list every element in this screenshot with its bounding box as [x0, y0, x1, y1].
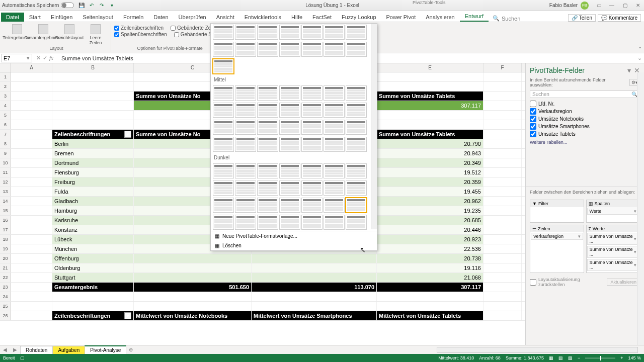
style-swatch[interactable]: [279, 215, 300, 230]
sheet-tab[interactable]: Aufgaben: [52, 346, 85, 354]
collapse-ribbon-icon[interactable]: ⌃: [638, 46, 642, 52]
table-row[interactable]: 26Zeilenbeschriftungen▾Mittelwert von Um…: [0, 311, 525, 321]
table-row[interactable]: 20Offenburg20.738: [0, 254, 525, 263]
report-layout-button[interactable]: Berichtslayout: [57, 24, 82, 46]
style-swatch[interactable]: [257, 137, 278, 152]
tab-seitenlayout[interactable]: Seitenlayout: [77, 13, 118, 22]
col-header[interactable]: E: [377, 63, 484, 72]
area-columns[interactable]: ▥ Spalten Werte▾: [586, 200, 640, 223]
style-swatch[interactable]: [213, 215, 234, 230]
style-swatch[interactable]: [257, 180, 278, 196]
style-swatch[interactable]: [346, 215, 367, 230]
add-sheet-icon[interactable]: ⊕: [126, 347, 136, 352]
field-checkbox[interactable]: Verkaufsregion: [530, 108, 640, 115]
style-swatch[interactable]: [235, 198, 256, 213]
share-button[interactable]: 🔗 Teilen: [568, 14, 596, 22]
style-swatch[interactable]: [257, 25, 278, 40]
style-swatch[interactable]: [324, 163, 345, 178]
tab-factset[interactable]: FactSet: [307, 13, 337, 22]
clear-style-menuitem[interactable]: ▦Löschen: [211, 241, 377, 250]
area-rows[interactable]: ☰ Zeilen Verkaufsregion▾: [530, 225, 584, 273]
more-tables-link[interactable]: Weitere Tabellen...: [526, 139, 644, 146]
style-swatch[interactable]: [213, 103, 234, 118]
style-swatch[interactable]: [213, 198, 234, 213]
filter-dropdown-icon[interactable]: ▾: [124, 312, 131, 319]
zoom-out-icon[interactable]: −: [578, 355, 580, 360]
table-row[interactable]: 21Oldenburg19.116: [0, 263, 525, 273]
zoom-slider[interactable]: [585, 357, 615, 359]
style-swatch[interactable]: [257, 103, 278, 118]
tab-analysieren[interactable]: Analysieren: [421, 13, 459, 22]
view-layout-icon[interactable]: ▤: [558, 355, 563, 360]
style-swatch[interactable]: [213, 120, 234, 135]
area-item[interactable]: Werte▾: [587, 208, 639, 215]
qat-dropdown-icon[interactable]: ▾: [108, 2, 115, 9]
style-swatch[interactable]: [279, 25, 300, 40]
comments-button[interactable]: 💬 Kommentare: [598, 14, 641, 22]
tab-start[interactable]: Start: [24, 13, 46, 22]
select-all-corner[interactable]: [0, 63, 11, 72]
style-swatch[interactable]: [324, 42, 345, 57]
tab-ansicht[interactable]: Ansicht: [211, 13, 239, 22]
style-swatch[interactable]: [324, 215, 345, 230]
tab-fuzzy-lookup[interactable]: Fuzzy Lookup: [337, 13, 381, 22]
field-list-dropdown-icon[interactable]: ▾: [627, 66, 631, 74]
style-swatch[interactable]: [324, 180, 345, 196]
style-swatch[interactable]: [235, 42, 256, 57]
defer-update-checkbox[interactable]: [530, 279, 536, 286]
tab-formeln[interactable]: Formeln: [118, 13, 148, 22]
style-swatch[interactable]: [279, 180, 300, 196]
sheet-nav-prev-icon[interactable]: ◀: [0, 347, 10, 352]
style-swatch[interactable]: [279, 198, 300, 213]
tab-entwurf[interactable]: Entwurf: [460, 12, 489, 22]
style-swatch[interactable]: [324, 120, 345, 135]
save-icon[interactable]: 💾: [78, 2, 85, 9]
tab-ueberpruefen[interactable]: Überprüfen: [174, 13, 211, 22]
tab-einfuegen[interactable]: Einfügen: [46, 13, 77, 22]
tab-entwicklertools[interactable]: Entwicklertools: [239, 13, 286, 22]
style-swatch[interactable]: [301, 198, 323, 213]
table-row[interactable]: 24: [0, 292, 525, 302]
style-swatch[interactable]: [324, 137, 345, 152]
style-swatch[interactable]: [235, 120, 256, 135]
autosave-toggle[interactable]: Automatisches Speichern: [2, 3, 74, 8]
style-swatch[interactable]: [279, 103, 300, 118]
grandtotals-button[interactable]: Gesamtergebnisse: [31, 24, 55, 46]
field-checkbox[interactable]: Lfd. Nr.: [530, 100, 640, 108]
enter-icon[interactable]: ✓: [43, 55, 47, 61]
area-filter[interactable]: ▼ Filter: [530, 200, 584, 223]
style-swatch[interactable]: [235, 25, 256, 40]
filter-dropdown-icon[interactable]: ▾: [124, 131, 131, 138]
style-swatch[interactable]: [301, 25, 323, 40]
search-box[interactable]: 🔍Suchen: [493, 15, 520, 22]
field-checkbox[interactable]: Umsätze Tablets: [530, 130, 640, 138]
col-header[interactable]: A: [11, 63, 52, 72]
horizontal-scrollbar[interactable]: [437, 347, 638, 353]
style-swatch[interactable]: [301, 215, 323, 230]
style-swatch[interactable]: [324, 25, 345, 40]
field-search-input[interactable]: Suchen🔍: [530, 90, 640, 98]
area-item[interactable]: Summe von Umsätze ...▾: [587, 246, 639, 258]
style-swatch[interactable]: [213, 163, 234, 178]
style-swatch[interactable]: [346, 103, 367, 118]
style-swatch[interactable]: [346, 137, 367, 152]
style-swatch[interactable]: [346, 42, 367, 57]
style-swatch[interactable]: [235, 180, 256, 196]
redo-icon[interactable]: ↷: [98, 2, 105, 9]
col-header[interactable]: B: [52, 63, 134, 72]
sheet-nav-next-icon[interactable]: ▶: [10, 347, 20, 352]
area-values[interactable]: Σ Werte Summe von Umsätze ...▾ Summe von…: [586, 225, 640, 273]
zoom-in-icon[interactable]: +: [620, 355, 623, 360]
ribbon-display-icon[interactable]: ▭: [595, 3, 603, 8]
style-swatch[interactable]: [279, 120, 300, 135]
style-swatch[interactable]: [301, 137, 323, 152]
style-swatch[interactable]: [213, 59, 234, 74]
update-button[interactable]: Aktualisieren: [607, 279, 640, 286]
style-swatch[interactable]: [279, 137, 300, 152]
style-swatch[interactable]: [279, 42, 300, 57]
style-swatch[interactable]: [301, 120, 323, 135]
style-swatch[interactable]: [213, 85, 234, 101]
name-box[interactable]: E7▾: [1, 54, 32, 62]
maximize-icon[interactable]: ▢: [621, 3, 629, 8]
style-swatch[interactable]: [301, 180, 323, 196]
